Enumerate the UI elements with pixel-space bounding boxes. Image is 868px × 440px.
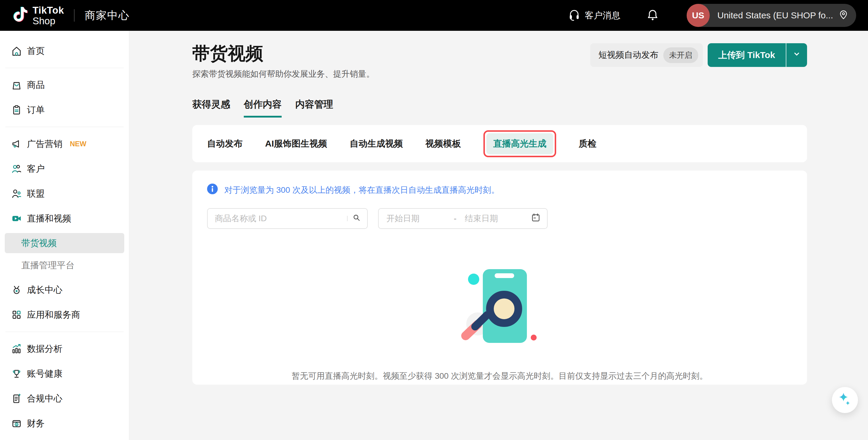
end-date-placeholder[interactable]: 结束日期	[458, 213, 530, 224]
sidebar-item-label: 合规中心	[27, 392, 62, 405]
bar-chart-icon	[11, 343, 23, 355]
upload-to-tiktok-split-button: 上传到 TikTok	[708, 43, 807, 67]
sidebar-item-label: 直播和视频	[27, 213, 71, 225]
brand-wordmark: TikTok Shop	[33, 5, 64, 26]
search-field-divider	[347, 216, 348, 221]
date-separator: -	[452, 214, 458, 223]
sidebar-item-label: 应用和服务商	[27, 309, 80, 321]
customer-messages-button[interactable]: 客户消息	[568, 8, 620, 23]
topbar-right: 客户消息 US United States (EU SHOP fo...	[568, 4, 856, 27]
notifications-bell-button[interactable]	[646, 8, 659, 23]
brand-line1: TikTok	[33, 5, 64, 15]
info-notice: 对于浏览量为 300 次及以上的视频，将在直播次日自动生成直播高光时刻。	[207, 183, 792, 196]
subtab-auto-generate-video[interactable]: 自动生成视频	[350, 138, 403, 150]
sidebar-item-finance[interactable]: $ 财务	[0, 411, 129, 436]
main-content: 带货视频 探索带货视频能如何帮助你发展业务、提升销量。 短视频自动发布 未开启 …	[129, 31, 868, 440]
upload-to-tiktok-button[interactable]: 上传到 TikTok	[708, 43, 786, 67]
start-date-placeholder[interactable]: 开始日期	[386, 213, 452, 224]
chevron-down-icon	[792, 49, 802, 61]
trophy-icon	[11, 368, 23, 380]
info-notice-text: 对于浏览量为 300 次及以上的视频，将在直播次日自动生成直播高光时刻。	[224, 184, 499, 196]
sparkles-icon	[837, 392, 852, 408]
header-actions: 短视频自动发布 未开启 上传到 TikTok	[590, 43, 807, 67]
sidebar-item-account-health[interactable]: 账号健康	[0, 361, 129, 386]
sidebar-item-products[interactable]: 商品	[0, 72, 129, 97]
sidebar-item-affiliate[interactable]: 联盟	[0, 181, 129, 206]
info-icon	[207, 183, 218, 196]
date-range-field[interactable]: 开始日期 - 结束日期	[378, 208, 548, 229]
search-icon[interactable]	[352, 213, 362, 224]
sidebar-item-live-and-video[interactable]: 直播和视频	[0, 206, 129, 231]
subtab-quality-check[interactable]: 质检	[579, 138, 596, 150]
sidebar-item-growth-center[interactable]: 成长中心	[0, 277, 129, 302]
upload-dropdown-button[interactable]	[786, 43, 807, 67]
sidebar-subitem-label: 带货视频	[21, 237, 57, 249]
customer-messages-label: 客户消息	[585, 9, 620, 22]
filter-row: 开始日期 - 结束日期	[207, 208, 792, 229]
main-header: 带货视频 探索带货视频能如何帮助你发展业务、提升销量。 短视频自动发布 未开启 …	[192, 43, 807, 80]
sidebar-item-analytics[interactable]: 数据分析	[0, 336, 129, 361]
auto-publish-status-badge: 未开启	[663, 48, 698, 63]
primary-tabs: 获得灵感 创作内容 内容管理	[192, 98, 807, 118]
tab-manage-content[interactable]: 内容管理	[295, 98, 333, 118]
sidebar-item-label: 商品	[27, 79, 45, 91]
subtab-ai-fashion-video[interactable]: AI服饰图生视频	[265, 138, 327, 150]
annotation-highlight-box: 直播高光生成	[484, 130, 556, 157]
clipboard-icon	[11, 104, 23, 116]
megaphone-icon	[11, 138, 23, 150]
sidebar-item-label: 成长中心	[27, 284, 62, 296]
page-title: 带货视频	[192, 43, 375, 64]
tiktok-note-icon	[13, 6, 28, 25]
sidebar-item-label: 广告营销	[27, 138, 62, 150]
auto-publish-button[interactable]: 短视频自动发布 未开启	[590, 43, 703, 67]
sidebar-item-ads-marketing[interactable]: 广告营销 NEW	[0, 131, 129, 156]
affiliate-icon	[11, 188, 23, 200]
sidebar-subitem-live-management[interactable]: 直播管理平台	[5, 255, 124, 275]
sidebar-item-home[interactable]: 首页	[0, 38, 129, 63]
sidebar: 首页 商品 订单 广告营销 NEW	[0, 31, 129, 440]
compliance-doc-icon	[11, 392, 23, 405]
topbar: TikTok Shop 商家中心 客户消息	[0, 0, 868, 31]
calendar-icon[interactable]	[530, 212, 541, 225]
sidebar-item-label: 客户	[27, 163, 45, 175]
sidebar-item-label: 财务	[27, 417, 45, 430]
sidebar-divider	[5, 127, 124, 127]
ai-assistant-button[interactable]	[832, 387, 858, 413]
tab-create-content[interactable]: 创作内容	[244, 98, 282, 118]
sidebar-item-compliance-center[interactable]: 合规中心	[0, 386, 129, 411]
sidebar-item-label: 订单	[27, 104, 45, 116]
auto-publish-label: 短视频自动发布	[598, 49, 658, 61]
sidebar-subitem-label: 直播管理平台	[21, 259, 74, 271]
home-icon	[11, 45, 23, 57]
page-layout: 首页 商品 订单 广告营销 NEW	[0, 31, 868, 440]
sidebar-divider	[5, 68, 124, 68]
app-title: 商家中心	[85, 8, 130, 23]
bell-icon	[646, 8, 659, 23]
product-search-field[interactable]	[207, 208, 368, 229]
subtab-live-highlight-generation[interactable]: 直播高光生成	[486, 133, 553, 154]
tab-get-inspired[interactable]: 获得灵感	[192, 98, 230, 118]
subtab-video-templates[interactable]: 视频模板	[426, 138, 461, 150]
headset-icon	[568, 8, 581, 23]
location-pin-icon	[838, 9, 849, 22]
region-avatar: US	[687, 4, 710, 27]
sidebar-subitem-shoppable-videos[interactable]: 带货视频	[5, 233, 124, 253]
subtab-auto-publish[interactable]: 自动发布	[207, 138, 243, 150]
page-subtitle: 探索带货视频能如何帮助你发展业务、提升销量。	[192, 68, 375, 80]
tiktok-shop-logo[interactable]: TikTok Shop	[13, 5, 64, 26]
sidebar-item-customers[interactable]: 客户	[0, 156, 129, 181]
shopping-bag-icon	[11, 79, 23, 91]
region-selector[interactable]: US United States (EU SHOP fo...	[687, 4, 856, 27]
sidebar-item-apps-services[interactable]: 应用和服务商	[0, 302, 129, 327]
empty-state-illustration	[457, 264, 542, 347]
sidebar-item-label: 数据分析	[27, 343, 62, 355]
content-card: 对于浏览量为 300 次及以上的视频，将在直播次日自动生成直播高光时刻。 开始日…	[192, 171, 807, 385]
search-input[interactable]	[215, 214, 347, 223]
subtabs-card: 自动发布 AI服饰图生视频 自动生成视频 视频模板 直播高光生成 质检	[192, 125, 807, 162]
brand-line2: Shop	[33, 16, 64, 26]
new-badge: NEW	[70, 140, 86, 148]
sidebar-item-orders[interactable]: 订单	[0, 97, 129, 122]
topbar-divider	[74, 9, 74, 22]
sidebar-item-label: 账号健康	[27, 368, 62, 380]
medal-icon	[11, 284, 23, 296]
